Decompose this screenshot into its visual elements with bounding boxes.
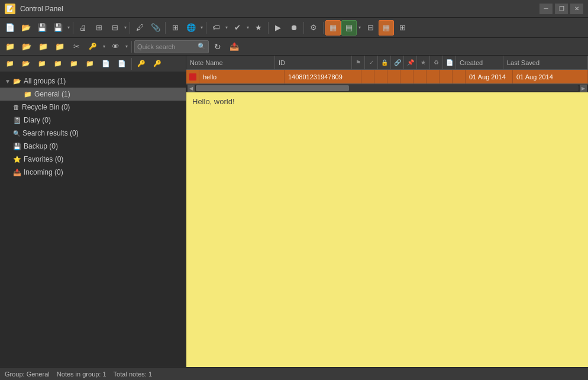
- sidebar-tree: ▼ All groups (1) General (1) Recycle Bin…: [0, 72, 186, 367]
- sb-f5[interactable]: 📁: [66, 56, 82, 72]
- sb-f3[interactable]: 📁: [34, 56, 50, 72]
- tb2-cut[interactable]: ✂: [69, 39, 84, 54]
- settings-button[interactable]: ⚙: [306, 20, 321, 36]
- sb-new[interactable]: 📁: [2, 56, 18, 72]
- status-notes-in-group: Notes in group: 1: [57, 371, 106, 378]
- sb-key2[interactable]: 🔑: [150, 56, 165, 72]
- tb2-key[interactable]: 🔑: [85, 39, 101, 54]
- diary-label: Diary (0): [24, 116, 186, 124]
- view5-button[interactable]: ⊞: [395, 20, 410, 36]
- save-alt-button[interactable]: 💾: [50, 20, 66, 36]
- search-input[interactable]: [137, 43, 196, 50]
- search-box: 🔍: [134, 40, 209, 53]
- sb-f6[interactable]: 📁: [82, 56, 98, 72]
- note-icon-col-header[interactable]: 📄: [443, 56, 456, 69]
- sidebar-item-recycle[interactable]: Recycle Bin (0): [0, 101, 186, 114]
- expand-icon: ▼: [5, 78, 11, 85]
- check-col-header[interactable]: ✓: [365, 56, 378, 69]
- net-dropdown[interactable]: ▾: [199, 25, 204, 30]
- sb-f4[interactable]: 📁: [50, 56, 66, 72]
- sb-open[interactable]: 📂: [18, 56, 34, 72]
- sidebar-item-backup[interactable]: Backup (0): [0, 140, 186, 153]
- search-icon[interactable]: 🔍: [198, 43, 206, 50]
- horizontal-scrollbar[interactable]: ◀ ▶: [186, 84, 588, 92]
- net-button[interactable]: 🌐: [183, 20, 199, 36]
- pin-col-header[interactable]: 📌: [404, 56, 417, 69]
- note-recycle-cell: [440, 70, 453, 83]
- restore-button[interactable]: ❐: [555, 4, 568, 14]
- eye-dropdown[interactable]: ▾: [124, 44, 129, 49]
- play-button[interactable]: ▶: [270, 20, 286, 36]
- key-dropdown[interactable]: ▾: [102, 44, 106, 49]
- scroll-track[interactable]: [196, 85, 579, 91]
- tb2-new-folder[interactable]: 📁: [2, 39, 18, 54]
- star-col-header[interactable]: ★: [417, 56, 430, 69]
- scroll-left-btn[interactable]: ◀: [188, 85, 195, 92]
- print-button[interactable]: 🖨: [75, 20, 91, 36]
- new-note-button[interactable]: 📄: [2, 20, 18, 36]
- save-dropdown[interactable]: ▾: [66, 25, 71, 30]
- tb2-open-folder[interactable]: 📂: [19, 39, 34, 54]
- sidebar-item-diary[interactable]: Diary (0): [0, 114, 186, 127]
- grid-button[interactable]: ⊞: [167, 20, 183, 36]
- flag-col-header[interactable]: ⚑: [352, 56, 365, 69]
- view3-button[interactable]: ⊟: [363, 20, 378, 36]
- minimize-button[interactable]: ─: [539, 4, 553, 14]
- tb2-folder4[interactable]: 📁: [52, 39, 67, 54]
- note-created-cell: 01 Aug 2014: [466, 70, 513, 83]
- recycle-label: Recycle Bin (0): [22, 103, 186, 111]
- note-name-col-header[interactable]: Note Name: [186, 56, 275, 69]
- sb-key1[interactable]: 🔑: [134, 56, 149, 72]
- diary-icon: [13, 116, 21, 124]
- sep8: [131, 41, 132, 53]
- tb2-eye[interactable]: 👁: [108, 39, 123, 54]
- favorites-label: Favorites (0): [24, 155, 186, 163]
- note-row[interactable]: hello 140801231947809 01 Aug 2014 01 Aug…: [186, 70, 588, 84]
- incoming-label: Incoming (0): [24, 168, 186, 176]
- recycle-col-header[interactable]: ♻: [430, 56, 443, 69]
- refresh-button[interactable]: ↻: [210, 39, 225, 54]
- sidebar-item-incoming[interactable]: Incoming (0): [0, 166, 186, 179]
- scroll-right-btn[interactable]: ▶: [580, 85, 587, 92]
- tb2-folder3[interactable]: 📁: [35, 39, 51, 54]
- save-button[interactable]: 💾: [34, 20, 50, 36]
- check-button[interactable]: ✔: [230, 20, 245, 36]
- view1-button[interactable]: ▦: [325, 20, 341, 36]
- note-check-cell: [374, 70, 387, 83]
- sb-doc1[interactable]: 📄: [98, 56, 114, 72]
- clip-button[interactable]: 📎: [148, 20, 163, 36]
- attach-button[interactable]: 🖊: [132, 20, 147, 36]
- link-col-header[interactable]: 🔗: [391, 56, 404, 69]
- note-lastsaved-cell: 01 Aug 2014: [513, 70, 588, 83]
- sidebar-item-general[interactable]: General (1): [0, 88, 186, 101]
- view2-button[interactable]: ▤: [341, 20, 357, 36]
- options-button[interactable]: ⊞: [91, 20, 106, 36]
- lock-col-header[interactable]: 🔒: [378, 56, 391, 69]
- cols-dropdown[interactable]: ▾: [123, 25, 128, 30]
- tag-button[interactable]: 🏷: [208, 20, 224, 36]
- main-area: 📁 📂 📁 📁 📁 📁 📄 📄 🔑 🔑 ▼ All groups (1): [0, 56, 588, 367]
- sidebar-item-search[interactable]: Search results (0): [0, 127, 186, 140]
- sb-doc2[interactable]: 📄: [114, 56, 130, 72]
- close-button[interactable]: ✕: [570, 4, 583, 14]
- sidebar-item-favorites[interactable]: Favorites (0): [0, 153, 186, 166]
- sidebar-item-all-groups[interactable]: ▼ All groups (1): [0, 75, 186, 88]
- last-saved-col-header[interactable]: Last Saved: [503, 56, 588, 69]
- columns-button[interactable]: ⊟: [107, 20, 122, 36]
- tag-dropdown[interactable]: ▾: [224, 25, 229, 30]
- open-button[interactable]: 📂: [18, 20, 34, 36]
- view2-dropdown[interactable]: ▾: [357, 25, 362, 30]
- status-bar: Group: General Notes in group: 1 Total n…: [0, 367, 588, 380]
- check-dropdown[interactable]: ▾: [245, 25, 250, 30]
- view4-button[interactable]: ▦: [379, 20, 394, 36]
- note-flag-icon: [186, 70, 199, 83]
- title-bar: 📝 Control Panel ─ ❐ ✕: [0, 0, 588, 18]
- window-controls: ─ ❐ ✕: [539, 4, 583, 14]
- record-button[interactable]: ⏺: [286, 20, 302, 36]
- scroll-thumb[interactable]: [196, 85, 349, 91]
- export-button[interactable]: 📤: [227, 39, 242, 54]
- note-link-cell: [400, 70, 413, 83]
- id-col-header[interactable]: ID: [275, 56, 352, 69]
- created-col-header[interactable]: Created: [456, 56, 503, 69]
- bookmark-button[interactable]: ★: [251, 20, 266, 36]
